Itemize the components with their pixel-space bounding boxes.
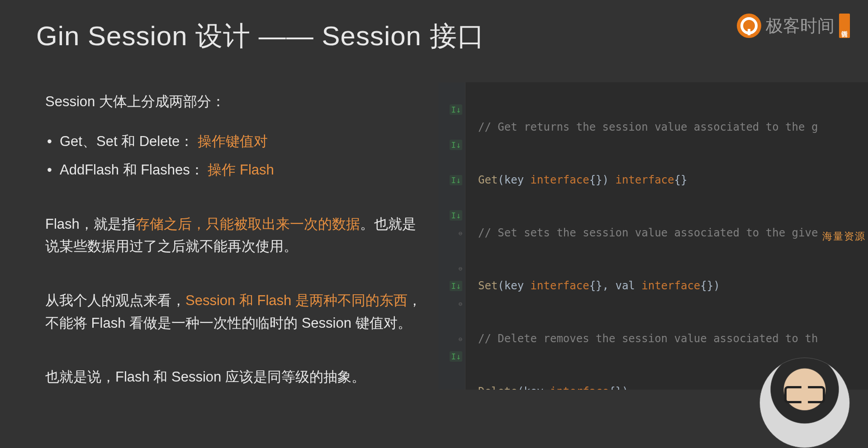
watermark-text: 海量资源 [822,230,866,243]
slide-title: Gin Session 设计 —— Session 接口 [36,18,485,55]
slide-text-content: Session 大体上分成两部分： Get、Set 和 Delete： 操作键值… [45,90,425,406]
text-highlight: Session 和 Flash 是两种不同的东西 [185,292,408,308]
code-comment: // Get returns the session value associa… [478,121,818,133]
gutter-implement-icon[interactable]: I↓ [450,210,462,221]
gutter-implement-icon[interactable]: I↓ [450,351,462,362]
paragraph-flash-def: Flash，就是指存储之后，只能被取出来一次的数据。也就是说某些数据用过了之后就… [45,213,425,258]
text: 从我个人的观点来看， [45,292,185,308]
bullet-text: AddFlash 和 Flashes： [60,162,204,178]
paragraph-intro: Session 大体上分成两部分： [45,90,425,113]
code-comment: // Delete removes the session value asso… [478,332,818,345]
gutter-implement-icon[interactable]: I↓ [450,281,462,291]
paragraph-conclusion: 也就是说，Flash 和 Session 应该是同等级的抽象。 [45,366,425,388]
presenter-webcam [759,358,850,448]
code-fn: Set [478,279,498,292]
code-comment: // Set sets the session value associated… [478,226,818,239]
brand-logo-badge: 训练营 [839,14,850,38]
text: Flash，就是指 [45,216,136,232]
brand-logo-icon [737,14,761,38]
bullet-addflash-flashes: AddFlash 和 Flashes： 操作 Flash [45,159,425,181]
gutter-implement-icon[interactable]: I↓ [450,140,462,150]
fold-icon[interactable]: ⊖ [459,300,462,307]
code-content: // Get returns the session value associa… [465,82,868,390]
bullet-get-set-delete: Get、Set 和 Delete： 操作键值对 [45,130,425,153]
brand-logo: 极客时间 训练营 [737,14,850,38]
code-fn: Get [478,174,498,186]
code-editor-panel: I↓ I↓ I↓ I↓ ⊖ ⊖ I↓ ⊖ ⊖ I↓ // Get returns… [438,82,868,390]
brand-logo-text: 极客时间 [766,14,835,38]
gutter-implement-icon[interactable]: I↓ [450,175,462,185]
fold-icon[interactable]: ⊖ [459,230,462,237]
fold-icon[interactable]: ⊖ [459,335,462,343]
code-gutter: I↓ I↓ I↓ I↓ ⊖ ⊖ I↓ ⊖ ⊖ I↓ [438,82,465,390]
code-fn: Delete [478,385,517,390]
bullet-text: Get、Set 和 Delete： [60,133,194,149]
bullet-highlight: 操作 Flash [208,162,274,178]
fold-icon[interactable]: ⊖ [459,265,462,272]
bullet-highlight: 操作键值对 [198,133,268,149]
paragraph-opinion: 从我个人的观点来看，Session 和 Flash 是两种不同的东西，不能将 F… [45,289,425,334]
gutter-implement-icon[interactable]: I↓ [450,104,462,115]
text-highlight: 存储之后，只能被取出来一次的数据 [136,216,360,232]
